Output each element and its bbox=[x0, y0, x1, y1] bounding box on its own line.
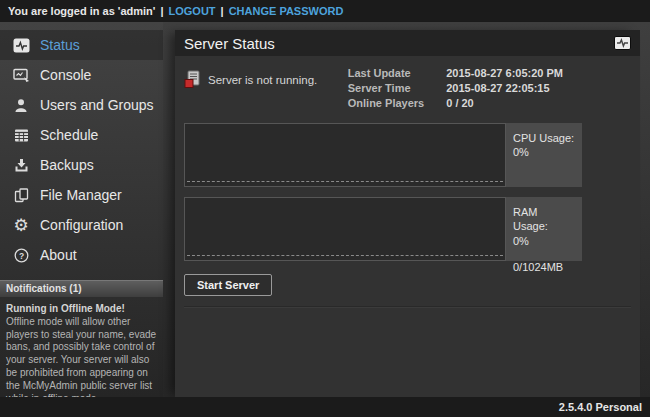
panel-body: Server is not running. Last Update 2015-… bbox=[175, 56, 640, 397]
gear-icon: ⚙ bbox=[12, 216, 30, 234]
sidebar-menu: Status Console Users and Groups Schedule bbox=[0, 22, 163, 270]
server-state: Server is not running. bbox=[184, 70, 317, 89]
sidebar-item-file-manager[interactable]: File Manager bbox=[0, 180, 163, 210]
sidebar-item-schedule[interactable]: Schedule bbox=[0, 120, 163, 150]
info-value: 2015-08-27 22:05:15 bbox=[446, 81, 563, 96]
page-title: Server Status bbox=[184, 35, 614, 52]
server-status-panel: Server Status Server is not running. bbox=[175, 30, 640, 397]
status-pulse-icon bbox=[12, 36, 30, 54]
ram-usage-box: RAM Usage: 0% 0/1024MB bbox=[506, 197, 582, 261]
graph-baseline bbox=[187, 181, 503, 182]
sidebar-item-users-and-groups[interactable]: Users and Groups bbox=[0, 90, 163, 120]
table-row: Online Players 0 / 20 bbox=[348, 96, 563, 111]
server-info-table: Last Update 2015-08-27 6:05:20 PM Server… bbox=[348, 66, 563, 111]
question-icon: ? bbox=[12, 246, 30, 264]
ram-usage-value: 0% bbox=[513, 234, 575, 248]
sidebar-item-configuration[interactable]: ⚙ Configuration bbox=[0, 210, 163, 240]
start-server-button[interactable]: Start Server bbox=[184, 274, 272, 296]
ram-usage-detail: 0/1024MB bbox=[513, 260, 575, 274]
sidebar-item-status[interactable]: Status bbox=[0, 30, 163, 60]
console-icon bbox=[12, 66, 30, 84]
notification-item: Running in Offline Mode! Offline mode wi… bbox=[0, 297, 163, 411]
table-row: Last Update 2015-08-27 6:05:20 PM bbox=[348, 66, 563, 81]
notifications-section: Notifications (1) Running in Offline Mod… bbox=[0, 280, 163, 411]
cpu-usage-label: CPU Usage: bbox=[513, 131, 575, 145]
main-area: Server Status Server is not running. bbox=[163, 22, 650, 397]
sidebar-item-backups[interactable]: Backups bbox=[0, 150, 163, 180]
notification-text: Offline mode will allow other players to… bbox=[6, 316, 157, 406]
sidebar: Status Console Users and Groups Schedule bbox=[0, 22, 163, 397]
sidebar-item-label: File Manager bbox=[40, 187, 122, 203]
sidebar-item-label: Schedule bbox=[40, 127, 98, 143]
info-label: Last Update bbox=[348, 66, 446, 81]
status-module: Server is not running. Last Update 2015-… bbox=[184, 66, 631, 307]
ram-usage-label: RAM Usage: bbox=[513, 205, 575, 234]
cpu-usage-box: CPU Usage: 0% bbox=[506, 123, 582, 187]
logged-in-text: You are logged in as 'admin' bbox=[8, 5, 155, 17]
separator: | bbox=[155, 5, 168, 17]
panel-header: Server Status bbox=[175, 30, 640, 56]
status-row: Server is not running. Last Update 2015-… bbox=[184, 66, 631, 111]
status-pulse-icon bbox=[614, 36, 631, 50]
info-value: 0 / 20 bbox=[446, 96, 563, 111]
sidebar-item-label: Console bbox=[40, 67, 91, 83]
server-stopped-icon bbox=[184, 70, 200, 89]
ram-usage-graph bbox=[184, 197, 506, 261]
users-icon bbox=[12, 96, 30, 114]
notifications-header: Notifications (1) bbox=[0, 280, 163, 297]
sidebar-item-label: Users and Groups bbox=[40, 97, 154, 113]
cpu-usage-row: CPU Usage: 0% bbox=[184, 123, 631, 187]
cpu-usage-graph bbox=[184, 123, 506, 187]
sidebar-item-console[interactable]: Console bbox=[0, 60, 163, 90]
footer: 2.5.4.0 Personal bbox=[0, 397, 650, 417]
info-label: Online Players bbox=[348, 96, 446, 111]
cpu-usage-value: 0% bbox=[513, 145, 575, 159]
notification-title: Running in Offline Mode! bbox=[6, 303, 157, 316]
separator: | bbox=[216, 5, 229, 17]
topbar: You are logged in as 'admin' | LOGOUT | … bbox=[0, 0, 650, 22]
logout-link[interactable]: LOGOUT bbox=[169, 5, 216, 17]
info-label: Server Time bbox=[348, 81, 446, 96]
change-password-link[interactable]: CHANGE PASSWORD bbox=[229, 5, 344, 17]
schedule-icon bbox=[12, 126, 30, 144]
sidebar-item-label: Status bbox=[40, 37, 80, 53]
table-row: Server Time 2015-08-27 22:05:15 bbox=[348, 81, 563, 96]
sidebar-item-about[interactable]: ? About bbox=[0, 240, 163, 270]
sidebar-item-label: Configuration bbox=[40, 217, 123, 233]
sidebar-item-label: About bbox=[40, 247, 77, 263]
file-manager-icon bbox=[12, 186, 30, 204]
info-value: 2015-08-27 6:05:20 PM bbox=[446, 66, 563, 81]
server-state-text: Server is not running. bbox=[208, 74, 317, 86]
svg-text:?: ? bbox=[18, 250, 23, 260]
ram-usage-row: RAM Usage: 0% 0/1024MB bbox=[184, 197, 631, 261]
version-text: 2.5.4.0 Personal bbox=[559, 401, 642, 413]
graph-baseline bbox=[187, 255, 503, 256]
sidebar-item-label: Backups bbox=[40, 157, 94, 173]
backups-icon bbox=[12, 156, 30, 174]
